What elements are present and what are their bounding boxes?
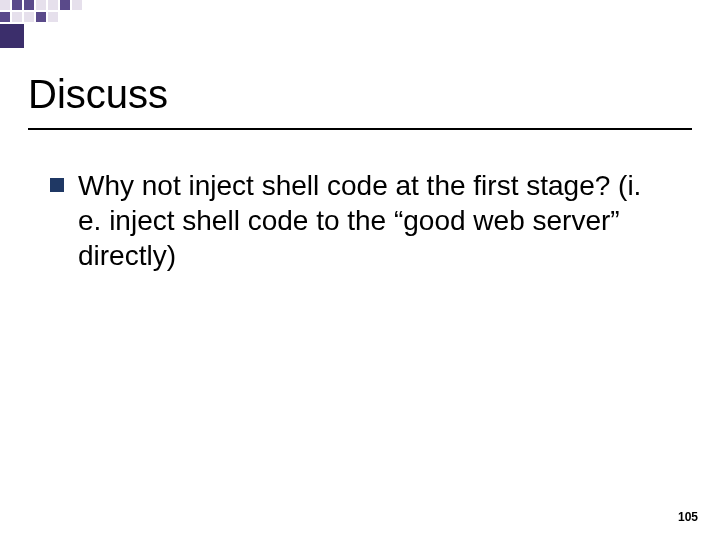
corner-decoration xyxy=(0,0,120,50)
squares-icon xyxy=(0,0,120,50)
svg-rect-10 xyxy=(36,12,46,22)
svg-rect-11 xyxy=(48,12,58,22)
title-underline xyxy=(28,128,692,130)
svg-rect-2 xyxy=(24,0,34,10)
svg-rect-7 xyxy=(0,12,10,22)
svg-rect-4 xyxy=(48,0,58,10)
title-area: Discuss xyxy=(28,72,692,117)
svg-rect-5 xyxy=(60,0,70,10)
page-number: 105 xyxy=(678,510,698,524)
svg-rect-0 xyxy=(0,0,10,10)
svg-rect-12 xyxy=(0,24,24,48)
svg-rect-6 xyxy=(72,0,82,10)
bullet-text: Why not inject shell code at the first s… xyxy=(78,168,668,273)
svg-rect-8 xyxy=(12,12,22,22)
square-bullet-icon xyxy=(50,178,64,192)
svg-rect-3 xyxy=(36,0,46,10)
content-area: Why not inject shell code at the first s… xyxy=(50,168,680,273)
svg-rect-1 xyxy=(12,0,22,10)
bullet-item: Why not inject shell code at the first s… xyxy=(50,168,680,273)
svg-rect-9 xyxy=(24,12,34,22)
slide-title: Discuss xyxy=(28,72,692,117)
